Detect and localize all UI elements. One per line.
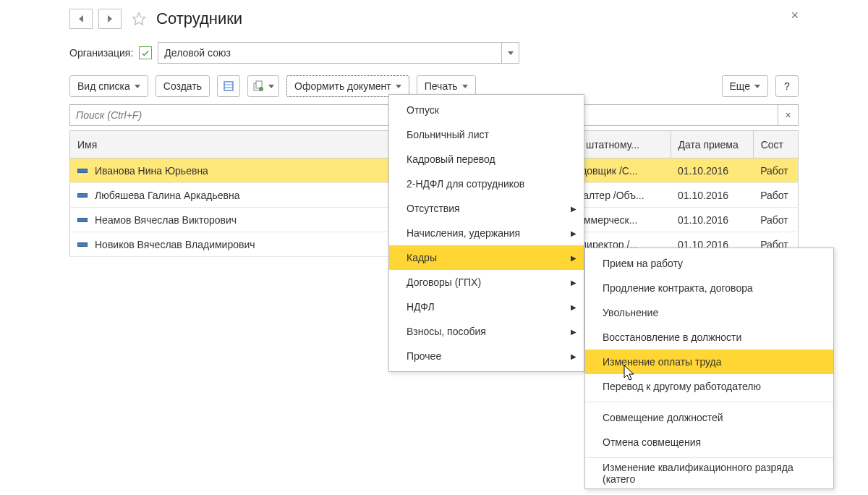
svg-rect-1 bbox=[224, 82, 233, 90]
menu-item-sick-leave[interactable]: Больничный лист bbox=[389, 122, 584, 147]
submenu-arrow-icon: ▶ bbox=[571, 328, 576, 336]
submenu-item-salary-change[interactable]: Изменение оплаты труда bbox=[585, 350, 833, 374]
organization-checkbox[interactable] bbox=[139, 46, 152, 59]
row-card-icon bbox=[77, 242, 88, 247]
svg-point-6 bbox=[259, 87, 263, 91]
document-menu: Отпуск Больничный лист Кадровый перевод … bbox=[388, 94, 584, 372]
submenu-item-combination[interactable]: Совмещение должностей bbox=[585, 405, 833, 430]
chevron-down-icon bbox=[396, 85, 401, 88]
menu-item-vacation[interactable]: Отпуск bbox=[389, 98, 584, 122]
menu-item-2ndfl[interactable]: 2-НДФЛ для сотрудников bbox=[389, 172, 584, 196]
menu-item-contributions[interactable]: Взносы, пособия▶ bbox=[389, 319, 584, 344]
chevron-down-icon bbox=[268, 85, 274, 88]
submenu-arrow-icon: ▶ bbox=[571, 205, 576, 213]
submenu-arrow-icon: ▶ bbox=[571, 352, 576, 360]
view-list-button[interactable]: Вид списка bbox=[69, 75, 148, 97]
submenu-item-reinstatement[interactable]: Восстановление в должности bbox=[585, 325, 833, 350]
copy-icon-button[interactable] bbox=[247, 75, 279, 97]
menu-separator bbox=[585, 457, 833, 458]
col-header-hire-date[interactable]: Дата приема bbox=[671, 131, 753, 158]
submenu-item-hire[interactable]: Прием на работу bbox=[585, 251, 833, 276]
chevron-left-icon bbox=[79, 15, 83, 22]
submenu-arrow-icon: ▶ bbox=[571, 254, 576, 262]
menu-item-contracts[interactable]: Договоры (ГПХ)▶ bbox=[389, 270, 584, 295]
list-icon bbox=[223, 80, 234, 92]
nav-forward-button[interactable] bbox=[98, 9, 122, 29]
submenu-item-transfer-employer[interactable]: Перевод к другому работодателю bbox=[585, 374, 833, 399]
more-button[interactable]: Еще bbox=[722, 75, 769, 97]
organization-value: Деловой союз bbox=[158, 47, 501, 59]
row-card-icon bbox=[77, 193, 88, 198]
check-icon bbox=[140, 48, 150, 58]
col-header-state[interactable]: Сост bbox=[753, 131, 798, 158]
row-card-icon bbox=[77, 169, 88, 173]
organization-select[interactable]: Деловой союз bbox=[158, 42, 519, 64]
nav-back-button[interactable] bbox=[69, 9, 93, 29]
submenu-arrow-icon: ▶ bbox=[571, 279, 576, 287]
organization-label: Организация: bbox=[69, 47, 133, 59]
menu-separator bbox=[585, 402, 833, 402]
chevron-down-icon bbox=[754, 85, 760, 88]
submenu-item-cancel-combination[interactable]: Отмена совмещения bbox=[585, 430, 833, 454]
search-clear-button[interactable]: × bbox=[778, 104, 799, 126]
menu-item-transfer[interactable]: Кадровый перевод bbox=[389, 147, 584, 172]
chevron-down-icon bbox=[135, 85, 140, 88]
submenu-arrow-icon: ▶ bbox=[571, 229, 576, 237]
chevron-down-icon bbox=[462, 85, 468, 88]
chevron-down-icon bbox=[508, 51, 514, 55]
menu-item-hr[interactable]: Кадры▶ bbox=[389, 245, 584, 270]
organization-select-arrow[interactable] bbox=[501, 43, 519, 63]
svg-marker-0 bbox=[133, 13, 145, 25]
submenu-arrow-icon: ▶ bbox=[571, 303, 576, 311]
list-view-icon-button[interactable] bbox=[217, 75, 240, 97]
copy-icon bbox=[252, 80, 264, 92]
favorite-star-icon[interactable] bbox=[132, 12, 146, 26]
chevron-right-icon bbox=[108, 15, 112, 22]
help-button[interactable]: ? bbox=[775, 75, 799, 97]
menu-item-absences[interactable]: Отсутствия▶ bbox=[389, 196, 584, 221]
create-button[interactable]: Создать bbox=[156, 75, 210, 97]
menu-item-ndfl[interactable]: НДФЛ▶ bbox=[389, 295, 584, 319]
submenu-item-dismissal[interactable]: Увольнение bbox=[585, 300, 833, 325]
submenu-item-qualification-change[interactable]: Изменение квалификационного разряда (кат… bbox=[585, 461, 833, 486]
menu-item-accruals[interactable]: Начисления, удержания▶ bbox=[389, 221, 584, 245]
menu-item-other[interactable]: Прочее▶ bbox=[389, 344, 584, 368]
page-title: Сотрудники bbox=[156, 9, 242, 28]
row-card-icon bbox=[77, 218, 88, 222]
submenu-item-contract-extension[interactable]: Продление контракта, договора bbox=[585, 276, 833, 300]
close-button[interactable]: × bbox=[791, 9, 799, 22]
hr-submenu: Прием на работу Продление контракта, дог… bbox=[584, 248, 834, 489]
